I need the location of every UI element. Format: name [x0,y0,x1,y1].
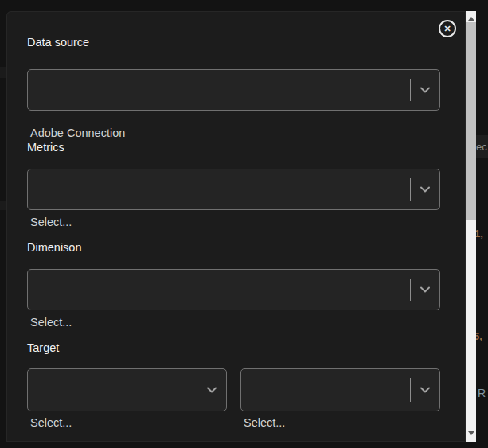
scrollbar[interactable] [466,11,476,442]
metrics-helper: Select... [30,216,72,228]
background-link-fragment: R [478,387,486,399]
dimension-label: Dimenison [27,241,82,254]
target-dropdown-2[interactable] [240,368,440,411]
dimension-dropdown[interactable] [27,269,440,310]
scroll-down-arrow-icon[interactable] [466,427,476,438]
target-helper-2: Select... [244,416,285,429]
chevron-down-icon [418,383,432,397]
target-helper-1: Select... [30,416,72,429]
dropdown-divider [410,178,411,201]
metrics-dropdown[interactable] [27,169,440,210]
chevron-down-icon [418,282,432,297]
background-band [0,201,6,210]
dropdown-divider [410,279,411,301]
background-band [0,67,6,78]
dropdown-divider [197,378,197,402]
dropdown-divider [410,79,411,101]
target-label: Target [27,341,59,354]
chevron-down-icon [418,83,432,97]
background-text-fragment: ec [476,141,487,153]
scrollbar-thumb[interactable] [466,22,476,220]
metrics-label: Metrics [27,141,64,154]
data-source-dropdown[interactable] [27,69,440,111]
data-source-label: Data source [27,36,89,49]
dimension-helper: Select... [30,316,72,329]
chevron-down-icon [418,182,432,197]
target-dropdown-1[interactable] [27,368,227,411]
data-source-helper: Adobe Connection [30,127,125,139]
chevron-down-icon [205,383,219,397]
settings-modal: ✕ Data source Adobe Connection Metrics S… [6,11,466,442]
close-icon: ✕ [443,25,451,33]
close-button[interactable]: ✕ [439,20,456,37]
dropdown-divider [410,378,411,402]
